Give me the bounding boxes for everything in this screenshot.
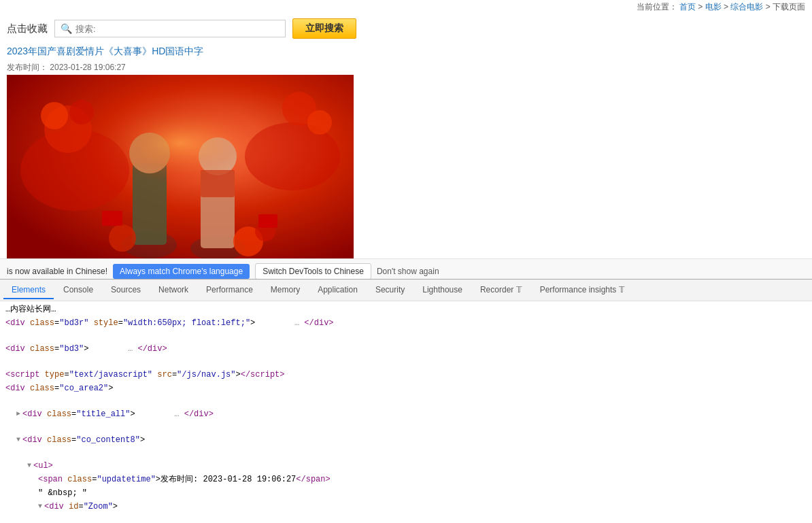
- code-line: <span class="updatetime">发布时间: 2023-01-2…: [0, 473, 812, 486]
- breadcrumb-label: 当前位置：: [637, 2, 677, 12]
- tab-network[interactable]: Network: [150, 282, 197, 299]
- switch-devtools-button[interactable]: Switch DevTools to Chinese: [255, 263, 371, 279]
- site-header: 当前位置： 首页 > 电影 > 综合电影 > 下载页面: [0, 0, 812, 14]
- svg-point-5: [69, 100, 94, 124]
- code-line: ► <div class="title_all"> … </div>: [0, 407, 812, 433]
- publish-label: 发布时间：: [7, 63, 48, 72]
- movie-title-link[interactable]: 2023年国产喜剧爱情片《大喜事》HD国语中字: [7, 46, 203, 56]
- tab-memory[interactable]: Memory: [263, 282, 308, 299]
- tab-application[interactable]: Application: [309, 282, 366, 299]
- svg-point-18: [99, 102, 262, 184]
- search-button[interactable]: 立即搜索: [292, 18, 356, 39]
- expand-arrow[interactable]: ▼: [27, 460, 31, 472]
- tab-security[interactable]: Security: [367, 282, 413, 299]
- breadcrumb-movie[interactable]: 电影: [705, 2, 722, 12]
- scene-svg: [7, 75, 354, 258]
- breadcrumb-combined[interactable]: 综合电影: [730, 2, 763, 12]
- tab-sources[interactable]: Sources: [103, 282, 149, 299]
- svg-rect-20: [258, 214, 277, 228]
- search-input[interactable]: [75, 24, 280, 34]
- browser-wrapper: 当前位置： 首页 > 电影 > 综合电影 > 下载页面 点击收藏 🔍 立即搜索 …: [0, 0, 812, 523]
- code-line: <script type="text/javascript" src="/js/…: [0, 368, 812, 382]
- search-box: 🔍: [54, 20, 286, 37]
- expand-arrow[interactable]: ▼: [38, 501, 42, 513]
- movie-image: [7, 75, 354, 258]
- tab-lighthouse[interactable]: Lighthouse: [414, 282, 471, 299]
- bookmark-button[interactable]: 点击收藏: [7, 22, 48, 35]
- movie-image-placeholder: [7, 75, 354, 258]
- tab-console[interactable]: Console: [55, 282, 101, 299]
- code-line: <div class="bd3"> … </div>: [0, 342, 812, 368]
- site-toolbar: 点击收藏 🔍 立即搜索: [0, 14, 812, 43]
- devtools-area: Elements Console Sources Network Perform…: [0, 279, 812, 523]
- code-line: " &nbsp; ": [0, 486, 812, 500]
- code-line: ▼ <div class="co_content8">: [0, 433, 812, 459]
- tab-elements[interactable]: Elements: [3, 282, 54, 299]
- dont-show-again-button[interactable]: Don't show again: [377, 267, 439, 276]
- tab-performance-insights[interactable]: Performance insights 𝕋: [532, 282, 633, 299]
- svg-point-4: [41, 102, 68, 129]
- svg-point-15: [109, 224, 136, 252]
- website-area: 当前位置： 首页 > 电影 > 综合电影 > 下载页面 点击收藏 🔍 立即搜索 …: [0, 0, 812, 279]
- code-line: ▼ <ul>: [0, 459, 812, 473]
- movie-title-bar: 2023年国产喜剧爱情片《大喜事》HD国语中字: [0, 43, 812, 61]
- svg-point-7: [307, 110, 332, 135]
- code-line: ▼ <div id="Zoom">: [0, 500, 812, 523]
- svg-rect-19: [102, 211, 122, 226]
- search-icon: 🔍: [61, 23, 72, 34]
- tab-recorder[interactable]: Recorder 𝕋: [472, 282, 530, 299]
- language-bar: is now available in Chinese! Always matc…: [0, 258, 812, 279]
- code-line: …内容站长网…: [0, 303, 812, 316]
- code-line: <div class="bd3r" style="width:650px; fl…: [0, 316, 812, 342]
- breadcrumb-home[interactable]: 首页: [679, 2, 696, 12]
- publish-time: 2023-01-28 19:06:27: [50, 63, 125, 72]
- code-line: <div class="co_area2">: [0, 382, 812, 407]
- expand-arrow[interactable]: ▼: [16, 434, 20, 446]
- collapse-arrow[interactable]: ►: [16, 408, 20, 420]
- breadcrumb: 当前位置： 首页 > 电影 > 综合电影 > 下载页面: [637, 1, 805, 13]
- tab-performance[interactable]: Performance: [198, 282, 261, 299]
- language-message: is now available in Chinese!: [7, 267, 107, 276]
- devtools-content[interactable]: …内容站长网… <div class="bd3r" style="width:6…: [0, 301, 812, 523]
- always-match-button[interactable]: Always match Chrome's language: [113, 264, 250, 279]
- breadcrumb-current: 下载页面: [773, 2, 805, 12]
- devtools-tabs: Elements Console Sources Network Perform…: [0, 280, 812, 301]
- movie-meta: 发布时间： 2023-01-28 19:06:27: [0, 61, 812, 75]
